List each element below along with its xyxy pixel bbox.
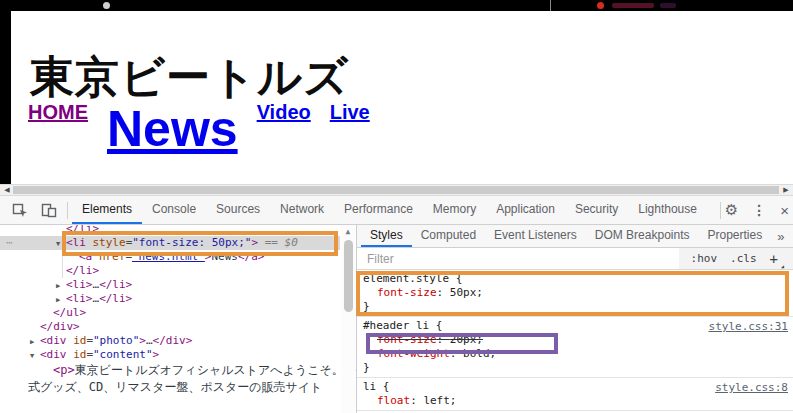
page-viewport: 東京ビートルズ HOME News Video Live xyxy=(11,11,793,184)
tab-sources[interactable]: Sources xyxy=(206,196,270,224)
attr-link-news-html[interactable]: "news.html" xyxy=(132,250,205,263)
more-tabs-icon[interactable]: » xyxy=(771,229,790,244)
kebab-menu-icon[interactable]: ⋮ xyxy=(752,202,766,218)
scroll-up-icon[interactable]: ▲ xyxy=(341,225,355,238)
new-style-rule-button[interactable]: + ◢ xyxy=(770,251,783,267)
gear-icon[interactable]: ⚙ xyxy=(725,201,738,219)
scroll-left-icon[interactable]: ◀ xyxy=(1,185,13,195)
indent-guide xyxy=(62,250,63,278)
expander-closed-icon[interactable]: ▶ xyxy=(30,335,34,349)
scrollbar-thumb[interactable] xyxy=(13,186,779,194)
toolbar-divider xyxy=(720,202,721,219)
tree-row[interactable]: ▶ <li>…</li> xyxy=(0,278,340,292)
tab-lighthouse[interactable]: Lighthouse xyxy=(628,196,707,224)
gutter-dots-icon[interactable]: ⋯ xyxy=(6,236,14,250)
favicon-icon xyxy=(103,2,110,9)
css-property[interactable]: font-size: 50px; xyxy=(357,286,793,300)
tree-row[interactable]: ▶ <li>…</li> xyxy=(0,292,340,306)
tab-properties[interactable]: Properties xyxy=(698,225,771,247)
record-indicator-icon xyxy=(597,2,604,9)
toolbar-divider xyxy=(67,202,68,219)
tab-security[interactable]: Security xyxy=(565,196,628,224)
tab-dom-breakpoints[interactable]: DOM Breakpoints xyxy=(586,225,699,247)
browser-topbar xyxy=(0,0,793,11)
css-rules-list: element.style { font-size: 50px; } style… xyxy=(357,270,793,411)
css-rule-header-li: style.css:31 #header li { font-size: 20p… xyxy=(357,317,793,378)
tab-title-fragment xyxy=(612,3,654,8)
selected-node-marker: == $0 xyxy=(258,236,298,249)
elements-tree-pane: </li> ⋯ ▼ <li style="font-size: 50px;"> … xyxy=(0,225,357,413)
expander-closed-icon[interactable]: ▶ xyxy=(56,293,60,307)
horizontal-scrollbar[interactable]: ◀ ▶ xyxy=(0,184,793,196)
hover-toggle[interactable]: :hov xyxy=(691,252,718,265)
tree-row-selected[interactable]: ⋯ ▼ <li style="font-size: 50px;"> == $0 xyxy=(0,236,340,250)
css-property[interactable]: font-weight: bold; xyxy=(357,347,793,361)
inspect-element-icon[interactable] xyxy=(12,202,28,218)
tab-application[interactable]: Application xyxy=(486,196,565,224)
tab-network[interactable]: Network xyxy=(270,196,334,224)
stylesheet-link[interactable]: style.css:8 xyxy=(715,381,788,394)
tree-row[interactable]: ▶ <div id="photo">…</div> xyxy=(0,334,340,348)
nav-link-home[interactable]: HOME xyxy=(28,101,88,124)
tree-row[interactable]: <p>東京ビートルズオフィシャルストアへようこそ。公 xyxy=(0,362,340,379)
expander-closed-icon[interactable]: ▶ xyxy=(56,279,60,293)
devtools-toolbar: Elements Console Sources Network Perform… xyxy=(0,196,793,225)
page-title: 東京ビートルズ xyxy=(30,48,349,107)
page-nav: HOME News Video Live xyxy=(28,101,370,159)
styles-filter-bar: :hov .cls + ◢ xyxy=(357,248,793,270)
tab-event-listeners[interactable]: Event Listeners xyxy=(485,225,586,247)
css-property[interactable]: float: left; xyxy=(357,394,793,408)
tab-performance[interactable]: Performance xyxy=(334,196,423,224)
tab-styles[interactable]: Styles xyxy=(361,225,412,247)
tree-row[interactable]: ▼ <div id="content"> xyxy=(0,348,340,362)
tree-row[interactable]: </li> xyxy=(0,225,340,236)
sidebar-tab-bar: Styles Computed Event Listeners DOM Brea… xyxy=(357,225,793,248)
elements-scrollbar[interactable]: ▲ xyxy=(341,225,355,413)
tab-elements[interactable]: Elements xyxy=(72,196,142,224)
topbar-divider xyxy=(550,0,551,11)
tab-title-fragment xyxy=(660,3,676,8)
styles-sidebar: Styles Computed Event Listeners DOM Brea… xyxy=(357,225,793,413)
expander-open-icon[interactable]: ▼ xyxy=(30,349,34,363)
filter-input[interactable] xyxy=(357,248,679,269)
css-rule-li: style.css:8 li { float: left; xyxy=(357,378,793,411)
nav-link-news[interactable]: News xyxy=(107,101,238,159)
class-toggle[interactable]: .cls xyxy=(730,252,757,265)
tree-row[interactable]: <a href="news.html">News</a> xyxy=(0,250,340,264)
tab-computed[interactable]: Computed xyxy=(412,225,485,247)
scroll-right-icon[interactable]: ▶ xyxy=(780,185,792,195)
corner-resize-icon: ◢ xyxy=(781,263,784,269)
expander-open-icon[interactable]: ▼ xyxy=(56,237,60,251)
tree-row[interactable]: 式グッズ、CD、リマスター盤、ポスターの販売サイト xyxy=(0,379,340,396)
device-toolbar-icon[interactable] xyxy=(41,202,57,218)
close-icon[interactable]: × xyxy=(780,202,789,219)
tab-console[interactable]: Console xyxy=(142,196,206,224)
stylesheet-link[interactable]: style.css:31 xyxy=(709,320,788,333)
scrollbar-thumb[interactable] xyxy=(344,240,353,312)
tab-memory[interactable]: Memory xyxy=(423,196,486,224)
pseudo-class-controls: :hov .cls + ◢ xyxy=(679,248,793,269)
tree-row[interactable]: </div> xyxy=(0,320,340,334)
nav-link-video[interactable]: Video xyxy=(257,101,311,124)
tree-row[interactable]: </ul> xyxy=(0,306,340,320)
css-rule-element-style: element.style { font-size: 50px; } xyxy=(357,270,793,317)
css-property-overridden[interactable]: font-size: 20px; xyxy=(357,333,793,347)
devtools-tab-bar: Elements Console Sources Network Perform… xyxy=(72,196,707,224)
nav-link-live[interactable]: Live xyxy=(330,101,370,124)
devtools-panel: Elements Console Sources Network Perform… xyxy=(0,196,793,413)
tree-row[interactable]: </li> xyxy=(0,264,340,278)
window-left-edge xyxy=(0,11,11,184)
